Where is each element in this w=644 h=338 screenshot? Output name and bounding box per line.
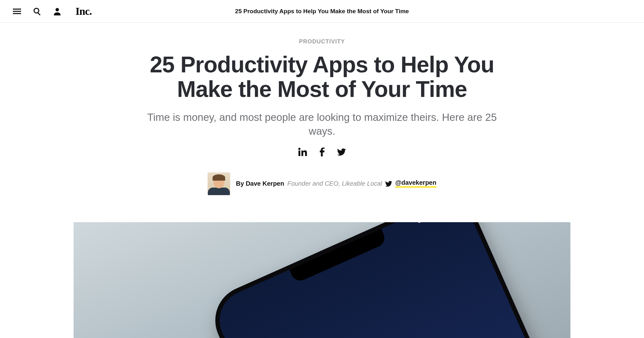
- facebook-icon[interactable]: [317, 147, 327, 157]
- byline-author[interactable]: Dave Kerpen: [246, 180, 284, 187]
- byline-by: By Dave Kerpen: [236, 180, 284, 187]
- header-article-title: 25 Productivity Apps to Help You Make th…: [235, 8, 409, 15]
- article-title: 25 Productivity Apps to Help You Make th…: [121, 53, 523, 102]
- hero-image: mera: [74, 222, 570, 338]
- svg-rect-4: [37, 12, 41, 15]
- byline-role: Founder and CEO, Likeable Local: [287, 180, 382, 187]
- svg-point-5: [56, 8, 59, 11]
- svg-rect-2: [13, 13, 21, 14]
- svg-point-7: [298, 148, 301, 150]
- twitter-icon[interactable]: [337, 147, 346, 157]
- site-header: Inc. 25 Productivity Apps to Help You Ma…: [0, 0, 644, 23]
- byline-text: By Dave Kerpen Founder and CEO, Likeable…: [236, 179, 436, 188]
- phone-status-icons: [417, 222, 449, 223]
- svg-point-3: [34, 8, 39, 13]
- byline-by-prefix: By: [236, 180, 244, 187]
- menu-icon[interactable]: [13, 7, 21, 16]
- search-icon[interactable]: [33, 7, 42, 16]
- twitter-small-icon: [385, 180, 392, 188]
- header-left: Inc.: [13, 5, 92, 17]
- category-label[interactable]: PRODUCTIVITY: [19, 38, 625, 45]
- share-row: [19, 147, 625, 157]
- article-subtitle: Time is money, and most people are looki…: [133, 110, 511, 138]
- user-icon[interactable]: [53, 7, 62, 16]
- article-header: PRODUCTIVITY 25 Productivity Apps to Hel…: [0, 23, 644, 208]
- svg-rect-0: [13, 8, 21, 9]
- svg-rect-1: [13, 11, 21, 12]
- signal-icon: [417, 222, 427, 223]
- site-logo[interactable]: Inc.: [75, 5, 92, 17]
- svg-rect-6: [298, 150, 300, 156]
- byline: By Dave Kerpen Founder and CEO, Likeable…: [19, 172, 625, 195]
- linkedin-icon[interactable]: [298, 147, 307, 157]
- phone-notch: [289, 229, 387, 284]
- author-avatar[interactable]: [208, 172, 230, 195]
- hero-phone: mera: [204, 222, 570, 338]
- byline-twitter-handle[interactable]: @davekerpen: [395, 179, 436, 188]
